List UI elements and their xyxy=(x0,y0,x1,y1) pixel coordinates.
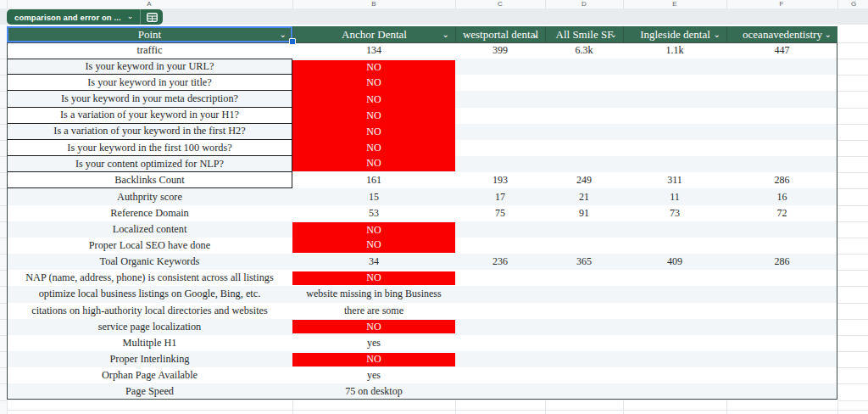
header-cell-competitor[interactable]: Anchor Dental⌄ xyxy=(292,26,455,42)
point-cell[interactable]: Multitple H1 xyxy=(7,335,292,351)
chevron-down-icon[interactable]: ⌄ xyxy=(127,12,141,20)
value-cell[interactable] xyxy=(545,221,623,238)
value-cell[interactable] xyxy=(545,140,623,156)
value-cell[interactable] xyxy=(726,59,837,75)
value-cell[interactable] xyxy=(726,270,837,286)
value-cell[interactable] xyxy=(726,75,837,91)
value-cell[interactable]: 286 xyxy=(726,172,837,188)
no-flag-cell[interactable]: NO xyxy=(292,91,455,107)
sheet-tab[interactable]: comparison and error on ... ⌄ xyxy=(7,9,163,25)
column-header-e[interactable]: E xyxy=(672,0,676,8)
value-cell[interactable]: 11 xyxy=(623,188,726,204)
value-cell[interactable] xyxy=(455,383,545,400)
value-cell[interactable]: 34 xyxy=(292,254,455,270)
value-cell[interactable]: 75 xyxy=(455,205,545,221)
point-cell[interactable]: optimize local business listings on Goog… xyxy=(7,286,292,302)
header-cell-competitor[interactable]: All Smile SF⌄ xyxy=(545,26,623,42)
value-cell[interactable]: 6.3k xyxy=(545,42,623,59)
value-cell[interactable] xyxy=(545,335,623,351)
value-cell[interactable]: NO xyxy=(292,156,455,172)
value-cell[interactable]: NO xyxy=(292,270,455,286)
value-cell[interactable] xyxy=(623,367,726,383)
no-flag-cell[interactable]: NO xyxy=(292,353,455,366)
value-cell[interactable] xyxy=(623,108,726,124)
point-cell[interactable]: Is your content optimized for NLP? xyxy=(7,156,292,172)
value-cell[interactable] xyxy=(455,221,545,238)
point-cell[interactable]: Is a variation of your keyword in your H… xyxy=(7,108,292,124)
value-cell[interactable] xyxy=(623,75,726,91)
value-cell[interactable] xyxy=(545,351,623,367)
value-cell[interactable] xyxy=(455,319,545,335)
value-cell[interactable]: 73 xyxy=(623,205,726,221)
value-cell[interactable]: 17 xyxy=(455,188,545,204)
filter-chevron-icon[interactable]: ⌄ xyxy=(280,26,287,42)
no-flag-cell[interactable]: NO xyxy=(292,222,455,238)
value-cell[interactable]: 249 xyxy=(545,172,623,188)
value-cell[interactable] xyxy=(726,319,837,335)
value-cell[interactable] xyxy=(545,270,623,286)
value-cell[interactable] xyxy=(545,124,623,140)
column-header-f[interactable]: F xyxy=(780,0,784,8)
point-cell[interactable]: Is your keyword in your title? xyxy=(7,75,292,91)
point-cell[interactable]: Orphan Page Available xyxy=(7,367,292,383)
point-cell[interactable]: NAP (name, address, phone) is consistent… xyxy=(7,270,292,286)
value-cell[interactable] xyxy=(545,303,623,319)
point-cell[interactable]: citations on high-authority local direct… xyxy=(7,303,292,319)
header-cell-competitor[interactable]: oceanavedentistry⌄ xyxy=(726,26,837,42)
value-cell[interactable] xyxy=(623,238,726,254)
no-flag-cell[interactable]: NO xyxy=(292,75,455,91)
value-cell[interactable] xyxy=(726,335,837,351)
value-cell[interactable] xyxy=(455,286,545,302)
value-cell[interactable] xyxy=(455,238,545,254)
value-cell[interactable] xyxy=(726,221,837,238)
value-cell[interactable]: NO xyxy=(292,91,455,107)
value-cell[interactable] xyxy=(545,108,623,124)
value-cell[interactable] xyxy=(455,91,545,107)
value-cell[interactable]: 286 xyxy=(726,254,837,270)
value-cell[interactable]: NO xyxy=(292,59,455,75)
point-cell[interactable]: Localized content xyxy=(7,221,292,238)
value-cell[interactable] xyxy=(726,238,837,254)
no-flag-cell[interactable]: NO xyxy=(292,140,455,156)
header-cell-competitor[interactable]: westportal dental⌄ xyxy=(455,26,545,42)
value-cell[interactable]: website missing in bing Business xyxy=(292,286,455,302)
no-flag-cell[interactable]: NO xyxy=(292,156,455,171)
value-cell[interactable]: 15 xyxy=(292,188,455,204)
value-cell[interactable] xyxy=(623,383,726,400)
value-cell[interactable] xyxy=(545,319,623,335)
column-header-d[interactable]: D xyxy=(581,0,587,8)
value-cell[interactable] xyxy=(726,351,837,367)
point-cell[interactable]: Is your keyword in your URL? xyxy=(7,59,292,75)
column-header-b[interactable]: B xyxy=(371,0,376,8)
column-header-a[interactable]: A xyxy=(147,0,151,8)
point-cell[interactable]: Is a variation of your keyword in the fi… xyxy=(7,124,292,140)
point-cell[interactable]: Page Speed xyxy=(7,383,292,400)
value-cell[interactable]: 1.1k xyxy=(623,42,726,59)
no-flag-cell[interactable]: NO xyxy=(292,271,455,285)
value-cell[interactable]: 365 xyxy=(545,254,623,270)
value-cell[interactable]: 21 xyxy=(545,188,623,204)
value-cell[interactable] xyxy=(623,351,726,367)
value-cell[interactable] xyxy=(545,367,623,383)
value-cell[interactable] xyxy=(623,124,726,140)
value-cell[interactable]: NO xyxy=(292,238,455,254)
value-cell[interactable] xyxy=(726,367,837,383)
value-cell[interactable] xyxy=(545,91,623,107)
no-flag-cell[interactable]: NO xyxy=(292,238,455,253)
value-cell[interactable] xyxy=(726,140,837,156)
value-cell[interactable] xyxy=(455,59,545,75)
point-cell[interactable]: Toal Organic Keywords xyxy=(7,254,292,270)
point-cell[interactable]: Reference Domain xyxy=(7,205,292,221)
value-cell[interactable]: NO xyxy=(292,75,455,91)
value-cell[interactable] xyxy=(623,286,726,302)
value-cell[interactable]: NO xyxy=(292,351,455,367)
value-cell[interactable]: 409 xyxy=(623,254,726,270)
value-cell[interactable] xyxy=(545,383,623,400)
value-cell[interactable]: 16 xyxy=(726,188,837,204)
value-cell[interactable] xyxy=(726,286,837,302)
value-cell[interactable]: NO xyxy=(292,319,455,335)
filter-chevron-icon[interactable]: ⌄ xyxy=(610,26,617,42)
no-flag-cell[interactable]: NO xyxy=(292,320,455,333)
column-header-g[interactable]: G xyxy=(851,0,856,8)
value-cell[interactable] xyxy=(455,156,545,172)
